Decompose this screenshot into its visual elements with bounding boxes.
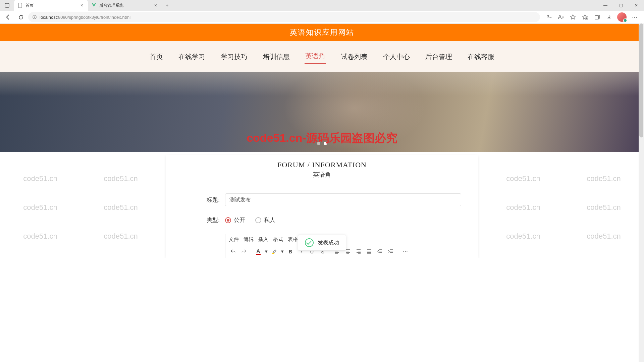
site-title: 英语知识应用网站	[290, 27, 354, 38]
bold-icon[interactable]: B	[285, 246, 296, 256]
menu-table[interactable]: 表格	[288, 236, 298, 243]
svg-rect-4	[272, 253, 274, 254]
back-button[interactable]	[3, 12, 13, 22]
new-tab-button[interactable]: +	[162, 0, 172, 11]
profile-button[interactable]	[617, 12, 627, 22]
nav-study-tips[interactable]: 学习技巧	[220, 50, 248, 63]
tab-list-button[interactable]	[0, 0, 14, 11]
page-icon	[17, 3, 23, 8]
vue-icon	[91, 3, 97, 8]
toast-message: 发表成功	[318, 239, 339, 246]
radio-icon	[225, 217, 231, 223]
card-header: FORUM / INFORMATION 英语角	[166, 155, 478, 183]
site-header: 英语知识应用网站	[0, 24, 644, 41]
refresh-button[interactable]	[15, 12, 26, 22]
nav-english-corner[interactable]: 英语角	[305, 50, 326, 64]
banner-watermark-text: code51.cn-源码乐园盗图必究	[247, 130, 397, 146]
scrollbar[interactable]	[639, 23, 644, 258]
site-info-icon[interactable]	[32, 15, 37, 19]
redo-icon[interactable]	[239, 246, 249, 256]
scrollbar-thumb[interactable]	[639, 23, 643, 137]
text-color-dropdown-icon[interactable]: ▾	[264, 246, 269, 256]
highlight-icon[interactable]	[269, 246, 279, 256]
more-tools-icon[interactable]: ⋯	[400, 246, 410, 256]
tab-bar: 首页 × 后台管理系统 × + — ▢ ✕	[0, 0, 644, 11]
menu-insert[interactable]: 插入	[258, 236, 268, 243]
downloads-icon[interactable]	[605, 13, 613, 21]
tab-title: 后台管理系统	[99, 3, 123, 8]
address-bar: localhost:8080/springbootk3yl6/front/ind…	[0, 11, 644, 23]
maximize-button[interactable]: ▢	[613, 0, 629, 11]
svg-rect-0	[5, 3, 9, 7]
radio-label: 公开	[234, 216, 245, 224]
add-favorite-icon[interactable]	[581, 13, 589, 21]
url-input[interactable]: localhost:8080/springbootk3yl6/front/ind…	[28, 12, 540, 22]
radio-public[interactable]: 公开	[225, 216, 245, 224]
browser-tab-active[interactable]: 首页 ×	[14, 0, 88, 11]
title-label: 标题:	[200, 196, 225, 204]
read-aloud-icon[interactable]: A))	[557, 13, 565, 21]
nav-exam-list[interactable]: 试卷列表	[340, 50, 368, 63]
nav-training-info[interactable]: 培训信息	[262, 50, 290, 63]
close-window-button[interactable]: ✕	[629, 0, 644, 11]
menu-format[interactable]: 格式	[273, 236, 283, 243]
password-icon[interactable]	[545, 13, 553, 21]
favorites-icon[interactable]	[569, 13, 577, 21]
align-right-icon[interactable]	[354, 246, 364, 256]
tab-title: 首页	[25, 3, 34, 8]
browser-chrome: 首页 × 后台管理系统 × + — ▢ ✕ localhost:8080/spr…	[0, 0, 644, 24]
nav-admin[interactable]: 后台管理	[425, 50, 453, 63]
indent-icon[interactable]	[386, 246, 396, 256]
nav-online-study[interactable]: 在线学习	[178, 50, 206, 63]
collections-icon[interactable]	[593, 13, 601, 21]
window-controls: — ▢ ✕	[598, 0, 644, 11]
radio-private[interactable]: 私人	[255, 216, 275, 224]
menu-edit[interactable]: 编辑	[244, 236, 254, 243]
url-text: localhost:8080/springbootk3yl6/front/ind…	[40, 15, 130, 20]
tab-close-button[interactable]: ×	[153, 3, 158, 8]
menu-file[interactable]: 文件	[229, 236, 239, 243]
undo-icon[interactable]	[228, 246, 238, 256]
title-input[interactable]	[225, 193, 461, 206]
success-toast: 发表成功	[298, 235, 346, 251]
tab-close-button[interactable]: ×	[79, 3, 85, 8]
nav-customer-service[interactable]: 在线客服	[467, 50, 495, 63]
section-title-cn: 英语角	[166, 171, 478, 179]
section-title-en: FORUM / INFORMATION	[166, 161, 478, 169]
radio-icon	[255, 217, 261, 223]
align-justify-icon[interactable]	[364, 246, 374, 256]
main-nav: 首页 在线学习 学习技巧 培训信息 英语角 试卷列表 个人中心 后台管理 在线客…	[0, 41, 644, 72]
type-radio-group: 公开 私人	[225, 216, 275, 224]
minimize-button[interactable]: —	[598, 0, 613, 11]
more-button[interactable]: ⋯	[631, 13, 639, 21]
nav-personal-center[interactable]: 个人中心	[382, 50, 411, 63]
carousel-banner[interactable]: code51.cn-源码乐园盗图必究	[0, 72, 644, 152]
radio-label: 私人	[264, 216, 275, 224]
svg-rect-3	[595, 16, 599, 19]
nav-home[interactable]: 首页	[149, 50, 164, 63]
highlight-dropdown-icon[interactable]: ▾	[280, 246, 285, 256]
browser-tab[interactable]: 后台管理系统 ×	[88, 0, 162, 11]
success-icon	[305, 238, 314, 247]
outdent-icon[interactable]	[375, 246, 385, 256]
type-label: 类型:	[200, 216, 225, 224]
text-color-icon[interactable]: A	[253, 246, 263, 256]
